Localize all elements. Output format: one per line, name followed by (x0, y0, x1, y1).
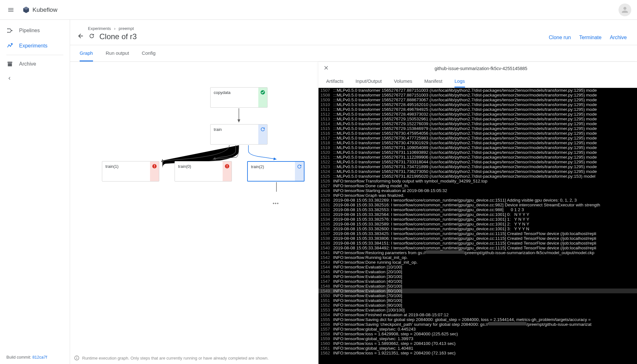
side-panel-title: github-issue-summarization-fk5cv-4255145… (329, 66, 633, 71)
graph-more-indicator: ••• (273, 201, 279, 206)
user-avatar[interactable] (619, 4, 631, 16)
brand: Kubeflow (22, 6, 57, 14)
log-line: 1554INFO:tensorflow:Finished evaluation … (318, 312, 637, 317)
svg-rect-14 (227, 167, 227, 168)
side-panel-close-button[interactable] (323, 65, 329, 72)
node-label: train(0) (175, 161, 223, 181)
log-line: 1525:::MLPv0.5.0 transformer 1565276731.… (318, 174, 637, 179)
log-line: 15352019-08-08 15:05:33.382589: I tensor… (318, 222, 637, 226)
sp-tab-artifacts[interactable]: Artifacts (326, 75, 343, 88)
main: Experiments › preempt Clone of r3 Clone … (70, 20, 637, 364)
log-line: 15392019-08-08 15:05:33.384151: I tensor… (318, 241, 637, 246)
sidebar-item-experiments[interactable]: Experiments (0, 38, 70, 54)
graph-node-copydata[interactable]: copydata (210, 87, 268, 108)
graph-node-train1[interactable]: train(1) (102, 161, 159, 182)
log-line: 1526INFO:tensorflow:Transforming body ou… (318, 179, 637, 183)
log-line: 1518:::MLPv0.5.0 transformer 1565276730.… (318, 140, 637, 145)
hamburger-icon (7, 6, 14, 13)
svg-rect-10 (154, 165, 155, 167)
log-line: 1558INFO:tensorflow:loss = 1.6429908, st… (318, 332, 637, 336)
log-line: 1555INFO:tensorflow:Saving dict for glob… (318, 317, 637, 322)
sidebar-label: Archive (19, 61, 36, 67)
sidebar-item-pipelines[interactable]: Pipelines (0, 23, 70, 38)
log-line: 1560INFO:tensorflow:loss = 1.5893662, st… (318, 341, 637, 346)
breadcrumb-link[interactable]: Experiments (88, 26, 111, 31)
sp-tab-manifest[interactable]: Manifest (424, 75, 442, 88)
menu-button[interactable] (6, 5, 16, 15)
logs-viewer[interactable]: 1507:::MLPv0.5.0 transformer 1565276727.… (318, 88, 637, 364)
log-line: 1509:::MLPv0.5.0 transformer 1565276727.… (318, 97, 637, 102)
log-line: 1549INFO:tensorflow:Evaluation [60/100] (318, 289, 637, 293)
close-icon (323, 65, 329, 71)
top-bar: Kubeflow (0, 0, 637, 20)
sidebar-item-archive[interactable]: Archive (0, 56, 70, 72)
log-line: 1553INFO:tensorflow:Evaluation [100/100] (318, 308, 637, 312)
log-line: 15312019-08-08 15:05:33.382516: I tensor… (318, 203, 637, 207)
log-line: 1557INFO:tensorflow:global_step/sec: 0.4… (318, 327, 637, 332)
page-title: Clone of r3 (99, 32, 137, 41)
node-status-stripe (223, 161, 232, 181)
sidebar: Pipelines Experiments Archive Build comm… (0, 20, 70, 364)
node-side-panel: github-issue-summarization-fk5cv-4255145… (318, 62, 637, 364)
log-line: 1510:::MLPv0.5.0 transformer 1565276728.… (318, 102, 637, 107)
log-line: 1516:::MLPv0.5.0 transformer 1565276730.… (318, 131, 637, 136)
log-line: 1507:::MLPv0.5.0 transformer 1565276727.… (318, 88, 637, 93)
back-button[interactable] (77, 32, 84, 41)
page-actions: Clone run Terminate Archive (549, 35, 627, 45)
brand-name: Kubeflow (32, 6, 57, 13)
graph-node-train[interactable]: train (210, 124, 268, 145)
sp-tab-volumes[interactable]: Volumes (394, 75, 412, 88)
running-icon (297, 164, 302, 169)
archive-button[interactable]: Archive (610, 35, 627, 40)
node-status-stripe (258, 125, 267, 144)
terminate-button[interactable]: Terminate (579, 35, 601, 40)
log-line: 1561INFO:tensorflow:global_step/sec: 1.4… (318, 346, 637, 351)
log-line: 1528INFO:tensorflow:Starting evaluation … (318, 188, 637, 193)
log-line: 1556INFO:tensorflow:Saving 'checkpoint_p… (318, 322, 637, 327)
sidebar-divider (6, 55, 63, 55)
info-icon (74, 355, 80, 361)
node-label: train(2) (248, 162, 295, 181)
log-line: 15302019-08-08 15:05:33.382269: I tensor… (318, 198, 637, 203)
log-line: 1545INFO:tensorflow:Evaluation [20/100] (318, 269, 637, 274)
log-line: 1522:::MLPv0.5.0 transformer 1565276731.… (318, 160, 637, 164)
graph-node-train0[interactable]: train(0) (175, 161, 232, 182)
page-header: Experiments › preempt Clone of r3 Clone … (70, 20, 637, 45)
refresh-button[interactable] (89, 33, 95, 40)
svg-point-3 (7, 32, 9, 33)
error-icon (224, 163, 230, 169)
node-label: copydata (211, 88, 258, 107)
tab-run-output[interactable]: Run output (106, 45, 129, 61)
graph-node-train2[interactable]: train(2) (247, 161, 304, 182)
log-line: 1527INFO:tensorflow:Done calling model_f… (318, 183, 637, 188)
node-status-stripe (295, 162, 304, 181)
log-line: 1559INFO:tensorflow:global_step/sec: 1.3… (318, 336, 637, 341)
log-line: 1523:::MLPv0.5.0 transformer 1565276731.… (318, 164, 637, 169)
clone-run-button[interactable]: Clone run (549, 35, 571, 40)
log-line: 15372019-08-08 15:05:33.383425: I tensor… (318, 231, 637, 236)
sp-tab-logs[interactable]: Logs (454, 75, 465, 88)
build-commit-link[interactable]: 812ca7f (32, 355, 47, 360)
log-line: 15342019-08-08 15:05:33.382576: I tensor… (318, 217, 637, 222)
log-line: 1521:::MLPv0.5.0 transformer 1565276731.… (318, 155, 637, 160)
side-panel-tabs: Artifacts Input/Output Volumes Manifest … (318, 75, 637, 88)
log-line: 1562INFO:tensorflow:loss = 1.9221351, st… (318, 351, 637, 355)
refresh-icon (89, 33, 95, 39)
tab-graph[interactable]: Graph (80, 45, 93, 61)
log-line: 1513:::MLPv0.5.0 transformer 1565276729.… (318, 117, 637, 121)
log-line: 1547INFO:tensorflow:Evaluation [40/100] (318, 279, 637, 284)
breadcrumb-link[interactable]: preempt (119, 26, 134, 31)
build-commit: Build commit: 812ca7f (0, 350, 70, 364)
sp-tab-input-output[interactable]: Input/Output (355, 75, 382, 88)
svg-point-2 (7, 28, 9, 30)
log-line: 1512:::MLPv0.5.0 transformer 1565276728.… (318, 112, 637, 117)
svg-rect-17 (76, 357, 77, 357)
node-status-stripe (258, 88, 267, 107)
log-line: 1548INFO:tensorflow:Evaluation [50/100] (318, 284, 637, 289)
tab-config[interactable]: Config (142, 45, 155, 61)
success-icon (260, 89, 266, 95)
sidebar-label: Experiments (19, 43, 47, 49)
sidebar-collapse-button[interactable] (0, 72, 70, 86)
graph-footer-note: Runtime execution graph. Only steps that… (74, 355, 268, 361)
person-icon (620, 5, 629, 14)
